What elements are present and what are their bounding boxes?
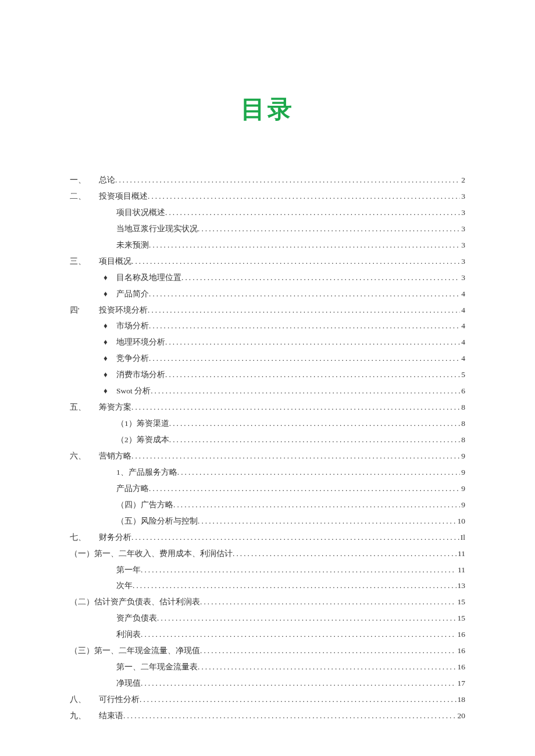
- toc-entry: ♦竞争分析4: [70, 350, 465, 367]
- toc-entry-page: 3: [460, 270, 465, 286]
- toc-entry: 第一、二年现金流量表16: [70, 659, 465, 675]
- toc-entry-text: 地理环境分析: [116, 334, 165, 350]
- toc-entry-number: 三、: [70, 253, 99, 270]
- toc-entry: （三）第一、二年现金流量、净现值16: [70, 643, 465, 659]
- toc-entry-text: 资产负债表: [116, 610, 157, 626]
- toc-entry-number: 六、: [70, 448, 99, 464]
- toc-entry-text: 1、产品服务方略: [116, 464, 177, 481]
- toc-entry-text: （四）广告方略: [116, 497, 173, 513]
- toc-entry-number: 四': [70, 302, 99, 318]
- toc-entry: 1、产品服务方略9: [70, 464, 465, 481]
- toc-entry: 次年13: [70, 578, 465, 594]
- toc-title: 目录: [70, 93, 465, 126]
- toc-entry: ♦产品简介4: [70, 286, 465, 302]
- toc-entry-number: 七、: [70, 529, 99, 546]
- toc-entry-text: （2）筹资成本: [116, 432, 169, 448]
- toc-entry: （2）筹资成本8: [70, 432, 465, 448]
- toc-leader-dots: [141, 675, 456, 691]
- toc-leader-dots: [149, 286, 460, 302]
- toc-leader-dots: [148, 302, 460, 318]
- toc-entry-text: （五）风险分析与控制: [116, 513, 198, 529]
- toc-entry-page: 9: [460, 464, 465, 481]
- toc-entry-number: 一、: [70, 172, 99, 188]
- toc-leader-dots: [181, 270, 460, 286]
- toc-entry: （二）估计资产负债表、估计利润表15: [70, 594, 465, 610]
- toc-entry: ♦消费市场分析5: [70, 367, 465, 383]
- toc-entry-text: 竞争分析: [116, 350, 149, 367]
- toc-leader-dots: [169, 415, 461, 432]
- toc-leader-dots: [198, 513, 456, 529]
- toc-leader-dots: [200, 643, 456, 659]
- toc-leader-dots: [165, 205, 460, 221]
- diamond-bullet-icon: ♦: [99, 318, 116, 334]
- toc-leader-dots: [148, 188, 460, 205]
- toc-entry-text: 筹资方案: [99, 399, 131, 415]
- diamond-bullet-icon: ♦: [99, 367, 116, 383]
- toc-entry: 五、筹资方案8: [70, 399, 465, 415]
- toc-entry-page: 5: [460, 367, 465, 383]
- toc-entry: （五）风险分析与控制10: [70, 513, 465, 529]
- toc-entry-text: 结束语: [99, 708, 123, 724]
- toc-leader-dots: [149, 318, 460, 334]
- toc-leader-dots: [200, 594, 456, 610]
- toc-entry: 当地豆浆行业现实状况3: [70, 221, 465, 237]
- toc-entry-text: 财务分析: [99, 529, 131, 546]
- toc-entry-page: 15: [456, 610, 466, 626]
- toc-entry-page: 11: [456, 562, 465, 578]
- toc-entry-page: 17: [456, 675, 466, 691]
- toc-entry: 净现值17: [70, 675, 465, 691]
- toc-entry: 第一年11: [70, 562, 465, 578]
- toc-entry: 九、结束语20: [70, 708, 465, 724]
- toc-entry-page: 2: [460, 172, 465, 188]
- toc-leader-dots: [131, 448, 460, 464]
- toc-entry-page: 16: [456, 659, 466, 675]
- toc-entry-page: 10: [456, 513, 466, 529]
- toc-entry-page: 8: [460, 399, 465, 415]
- toc-entry: （1）筹资渠道8: [70, 415, 465, 432]
- diamond-bullet-icon: ♦: [99, 350, 116, 367]
- toc-leader-dots: [173, 497, 460, 513]
- toc-entry: 六、营销方略9: [70, 448, 465, 464]
- toc-entry-page: 8: [460, 432, 465, 448]
- toc-entry-text: 第一、二年现金流量表: [116, 659, 198, 675]
- toc-leader-dots: [169, 432, 461, 448]
- toc-entry-page: 20: [456, 708, 466, 724]
- toc-entry: ♦目名称及地理位置3: [70, 270, 465, 286]
- toc-entry: 未来预测3: [70, 237, 465, 253]
- toc-entry-page: Il: [459, 529, 465, 546]
- toc-entry-number: 九、: [70, 708, 99, 724]
- toc-leader-dots: [141, 626, 456, 643]
- toc-entry: 利润表16: [70, 626, 465, 643]
- toc-leader-dots: [165, 334, 460, 350]
- toc-entry-number: 二、: [70, 188, 99, 205]
- toc-leader-dots: [115, 172, 460, 188]
- toc-entry-text: 次年: [116, 578, 133, 594]
- diamond-bullet-icon: ♦: [99, 334, 116, 350]
- toc-entry-page: 8: [460, 415, 465, 432]
- toc-entry-text: 净现值: [116, 675, 141, 691]
- toc-entry-text: 未来预测: [116, 237, 149, 253]
- toc-entry: （一）第一、二年收入、费用成本、利润估计11: [70, 546, 465, 562]
- toc-leader-dots: [165, 367, 460, 383]
- toc-entry-text: 第一年: [116, 562, 141, 578]
- toc-entry-text: （一）第一、二年收入、费用成本、利润估计: [70, 546, 233, 562]
- diamond-bullet-icon: ♦: [99, 286, 116, 302]
- toc-entry: 四'投资环境分析4: [70, 302, 465, 318]
- toc-entry-page: 4: [460, 334, 465, 350]
- toc-entry-page: 4: [460, 318, 465, 334]
- toc-entry-text: 当地豆浆行业现实状况: [116, 221, 198, 237]
- toc-entry-text: Swot 分析: [116, 383, 151, 399]
- toc-entry-text: 总论: [99, 172, 115, 188]
- toc-entry-number: 八、: [70, 691, 99, 708]
- toc-entry: ♦地理环境分析4: [70, 334, 465, 350]
- toc-entry: 三、项目概况3: [70, 253, 465, 270]
- toc-entry-page: 4: [460, 350, 465, 367]
- toc-entry: 项目状况概述3: [70, 205, 465, 221]
- toc-entry-page: 15: [456, 594, 466, 610]
- toc-entry: 二、投资项目概述3: [70, 188, 465, 205]
- document-page: 目录 一、总论2二、投资项目概述3项目状况概述3当地豆浆行业现实状况3未来预测3…: [0, 0, 535, 756]
- toc-leader-dots: [149, 481, 460, 497]
- toc-entry-text: 投资项目概述: [99, 188, 148, 205]
- toc-entry-page: 9: [460, 448, 465, 464]
- toc-entry-page: 3: [460, 253, 465, 270]
